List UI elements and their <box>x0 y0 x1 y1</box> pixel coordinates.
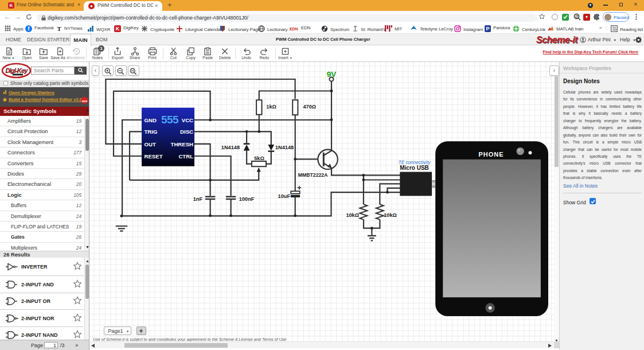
svg-text:100nF: 100nF <box>239 196 255 202</box>
svg-text:1N4148: 1N4148 <box>275 145 294 150</box>
svg-text:555: 555 <box>161 114 179 126</box>
svg-text:9V: 9V <box>327 70 337 79</box>
svg-text:10uF: 10uF <box>278 193 291 199</box>
svg-text:THRESH: THRESH <box>171 141 194 147</box>
svg-text:470Ω: 470Ω <box>303 104 317 110</box>
svg-text:Micro USB: Micro USB <box>400 165 429 171</box>
svg-text:TRIG: TRIG <box>145 129 158 135</box>
svg-text:DISC: DISC <box>180 129 193 135</box>
svg-text:10kΩ: 10kΩ <box>384 212 397 218</box>
svg-text:GND: GND <box>145 117 157 123</box>
svg-text:VCC: VCC <box>182 117 193 123</box>
svg-text:@: @ <box>575 14 579 18</box>
svg-text:PHONE: PHONE <box>478 151 504 158</box>
svg-text:NEW: NEW <box>82 99 88 102</box>
svg-text:CTRL: CTRL <box>178 153 193 160</box>
svg-text:OUT: OUT <box>145 141 156 147</box>
svg-text:1kΩ: 1kΩ <box>266 104 276 110</box>
svg-text:10kΩ: 10kΩ <box>346 212 359 218</box>
svg-text:RESET: RESET <box>145 153 163 160</box>
svg-text:5kΩ: 5kΩ <box>254 155 264 161</box>
svg-text:1N4148: 1N4148 <box>221 145 240 150</box>
svg-text:1nF: 1nF <box>193 196 203 202</box>
svg-text:MMBT2222A: MMBT2222A <box>298 172 328 178</box>
svg-text:Digi-Key: Digi-Key <box>5 67 28 74</box>
